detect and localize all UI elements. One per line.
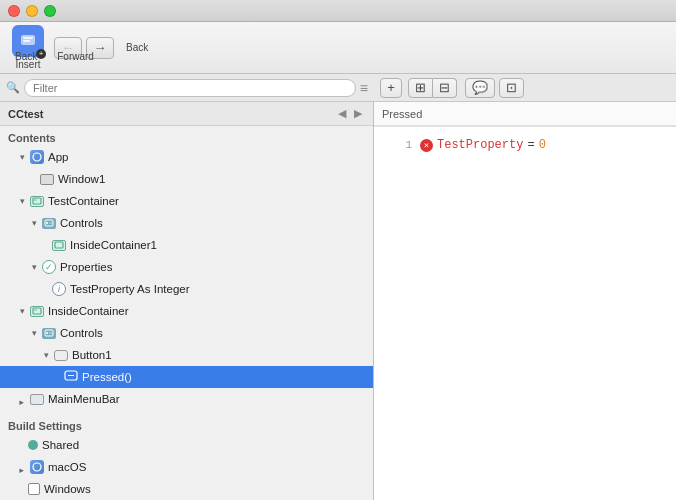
button1-label: Button1 <box>72 349 112 361</box>
insert-button[interactable]: Insert <box>12 25 44 70</box>
code-content-1: TestProperty = 0 <box>437 138 546 152</box>
insidecontainer-label: InsideContainer <box>48 305 129 317</box>
macos-icon <box>30 460 44 474</box>
tree-container: Contents ▾ App <box>0 126 373 500</box>
build-settings-label: Build Settings <box>0 414 373 434</box>
minimize-button[interactable] <box>26 5 38 17</box>
tree-item-shared[interactable]: Shared <box>0 434 373 456</box>
tree-item-macos[interactable]: ▾ macOS <box>0 456 373 478</box>
controls2-label: Controls <box>60 327 103 339</box>
tree-item-controls1[interactable]: ▾ Controls <box>0 212 373 234</box>
controls2-icon <box>42 328 56 339</box>
windows-label: Windows <box>44 483 91 495</box>
maximize-button[interactable] <box>44 5 56 17</box>
tree-item-windows[interactable]: Windows <box>0 478 373 500</box>
toggle-controls1-icon: ▾ <box>28 217 40 229</box>
right-panel: Pressed 1 ✕ TestProperty = 0 <box>374 102 676 500</box>
code-equals: = <box>527 138 534 152</box>
forward-arrow-icon: → <box>94 40 107 55</box>
app-icon <box>30 150 44 164</box>
toggle-mainmenubar-icon: ▾ <box>16 393 28 405</box>
toolbar: Insert ← → Back Back Forward <box>0 22 676 74</box>
insidecontainer1-label: InsideContainer1 <box>70 239 157 251</box>
controls1-label: Controls <box>60 217 103 229</box>
app-label: App <box>48 151 68 163</box>
filter-input[interactable] <box>24 79 356 97</box>
titlebar <box>0 0 676 22</box>
svg-rect-9 <box>55 242 63 248</box>
svg-rect-10 <box>33 308 41 314</box>
testproperty-label: TestProperty As Integer <box>70 283 190 295</box>
filter-lines-icon[interactable]: ≡ <box>360 80 368 96</box>
mainmenubar-icon <box>30 394 44 405</box>
tree-item-insidecontainer[interactable]: ▾ InsideContainer <box>0 300 373 322</box>
forward-text-label: Forward <box>57 51 94 62</box>
pressed-label: Pressed() <box>82 371 132 383</box>
properties-icon: ✓ <box>42 260 56 274</box>
pressed-tab-label: Pressed <box>382 108 422 120</box>
testproperty-icon: i <box>52 282 66 296</box>
shared-label: Shared <box>42 439 79 451</box>
svg-rect-14 <box>49 333 53 334</box>
inspector-button[interactable]: ⊡ <box>499 78 524 98</box>
controls1-icon <box>42 218 56 229</box>
list-view-button[interactable]: ⊟ <box>433 78 457 98</box>
pressed-icon <box>64 370 78 384</box>
tree-item-app[interactable]: ▾ App <box>0 146 373 168</box>
left-panel: CCtest ◀ ▶ Contents ▾ App <box>0 102 374 500</box>
back-text-label: Back <box>15 51 37 62</box>
svg-rect-11 <box>34 309 37 311</box>
code-testproperty: TestProperty <box>437 138 523 152</box>
comment-button[interactable]: 💬 <box>465 78 495 98</box>
tree-item-mainmenubar[interactable]: ▾ MainMenuBar <box>0 388 373 410</box>
code-line-1: 1 ✕ TestProperty = 0 <box>374 135 676 155</box>
add-code-button[interactable]: + <box>380 78 402 98</box>
properties-label: Properties <box>60 261 112 273</box>
tree-item-controls2[interactable]: ▾ Controls <box>0 322 373 344</box>
toggle-insidecontainer-icon: ▾ <box>16 305 28 317</box>
tree-item-testproperty[interactable]: i TestProperty As Integer <box>0 278 373 300</box>
svg-point-3 <box>33 153 41 161</box>
search-bar: 🔍 ≡ <box>0 74 374 102</box>
back-label: Back <box>126 42 148 53</box>
grid-view-button[interactable]: ⊞ <box>408 78 433 98</box>
svg-point-13 <box>46 332 48 334</box>
code-area: 1 ✕ TestProperty = 0 <box>374 127 676 500</box>
svg-point-17 <box>33 463 41 471</box>
toggle-testcontainer-icon: ▾ <box>16 195 28 207</box>
tree-item-button1[interactable]: ▾ Button1 <box>0 344 373 366</box>
contents-label: Contents <box>0 126 373 146</box>
project-header: CCtest ◀ ▶ <box>0 102 373 126</box>
svg-rect-8 <box>49 223 53 224</box>
svg-point-7 <box>46 222 48 224</box>
code-zero: 0 <box>539 138 546 152</box>
mainmenubar-label: MainMenuBar <box>48 393 120 405</box>
tree-item-insidecontainer1[interactable]: InsideContainer1 <box>0 234 373 256</box>
right-toolbar: + ⊞ ⊟ 💬 ⊡ <box>374 74 676 102</box>
tree-item-window1[interactable]: Window1 <box>0 168 373 190</box>
svg-rect-1 <box>23 37 33 39</box>
shared-dot-icon <box>28 440 38 450</box>
windows-checkbox-icon <box>28 483 40 495</box>
right-panel-header: Pressed <box>374 102 676 126</box>
window1-icon <box>40 174 54 185</box>
macos-label: macOS <box>48 461 86 473</box>
toggle-controls2-icon: ▾ <box>28 327 40 339</box>
tree-item-testcontainer[interactable]: ▾ TestContainer <box>0 190 373 212</box>
project-name: CCtest <box>8 108 43 120</box>
nav-back-icon[interactable]: ◀ <box>335 107 349 120</box>
tree-item-properties[interactable]: ▾ ✓ Properties <box>0 256 373 278</box>
svg-rect-4 <box>33 198 41 204</box>
insidecontainer1-icon <box>52 240 66 251</box>
toggle-button1-icon: ▾ <box>40 349 52 361</box>
svg-rect-5 <box>34 199 37 201</box>
close-button[interactable] <box>8 5 20 17</box>
toggle-properties-icon: ▾ <box>28 261 40 273</box>
nav-forward-icon[interactable]: ▶ <box>351 107 365 120</box>
error-icon: ✕ <box>420 138 433 152</box>
svg-rect-2 <box>23 40 30 42</box>
toggle-macos-icon: ▾ <box>16 461 28 473</box>
tree-item-pressed[interactable]: Pressed() <box>0 366 373 388</box>
button1-icon <box>54 350 68 361</box>
line-number-1: 1 <box>382 139 412 151</box>
